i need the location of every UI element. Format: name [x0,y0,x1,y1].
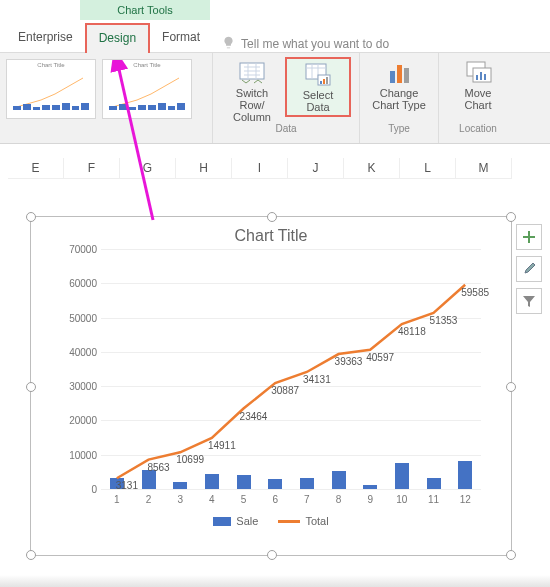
svg-rect-3 [320,81,322,84]
resize-handle[interactable] [26,212,36,222]
y-axis-tick: 20000 [69,415,97,426]
svg-rect-11 [476,75,478,80]
tab-format[interactable]: Format [150,24,212,52]
tell-me-search[interactable]: Tell me what you want to do [222,36,389,52]
svg-rect-12 [480,72,482,80]
x-axis-tick: 10 [386,494,418,505]
column-header[interactable]: H [176,158,232,179]
data-label: 23464 [240,411,268,422]
tell-me-placeholder: Tell me what you want to do [241,37,389,51]
chart-filters-button[interactable] [516,288,542,314]
legend-swatch-bar [213,517,231,526]
worksheet-grid[interactable]: EFGHIJKLM [0,144,550,194]
ribbon-tabs-area: Chart Tools Enterprise Design Format Tel… [0,0,550,53]
y-axis-tick: 0 [91,484,97,495]
funnel-icon [522,294,536,308]
x-axis-tick: 7 [291,494,323,505]
data-label: 39363 [335,356,363,367]
x-axis-tick: 5 [228,494,260,505]
column-header[interactable]: E [8,158,64,179]
location-group-label: Location [459,123,497,134]
legend-entry-total[interactable]: Total [278,515,328,527]
resize-handle[interactable] [26,550,36,560]
x-axis-tick: 1 [101,494,133,505]
plus-icon [522,230,536,244]
column-header[interactable]: M [456,158,512,179]
column-header[interactable]: F [64,158,120,179]
data-label: 30887 [271,385,299,396]
x-axis-tick: 6 [259,494,291,505]
column-header[interactable]: L [400,158,456,179]
chart-tools-context-tab: Chart Tools [80,0,210,20]
chart-legend[interactable]: Sale Total [31,515,511,527]
y-axis-tick: 40000 [69,346,97,357]
switch-icon [238,59,266,85]
chart-elements-button[interactable] [516,224,542,250]
x-axis-tick: 2 [133,494,165,505]
svg-rect-13 [484,74,486,80]
y-axis-tick: 60000 [69,278,97,289]
x-axis-tick: 8 [323,494,355,505]
tab-design[interactable]: Design [85,23,150,53]
data-label: 10699 [176,454,204,465]
svg-rect-5 [326,77,328,84]
chart-type-icon [385,59,413,85]
move-chart-button[interactable]: MoveChart [447,57,509,113]
move-chart-icon [464,59,492,85]
resize-handle[interactable] [267,550,277,560]
x-axis-tick: 3 [164,494,196,505]
resize-handle[interactable] [506,382,516,392]
tab-enterprise[interactable]: Enterprise [0,24,85,52]
svg-rect-4 [323,79,325,84]
y-axis-tick: 30000 [69,381,97,392]
ribbon-body: Switch Row/Column SelectData Data Change… [0,53,550,144]
legend-swatch-line [278,520,300,523]
x-axis-tick: 9 [354,494,386,505]
svg-rect-8 [404,68,409,83]
svg-rect-6 [390,71,395,83]
column-header[interactable]: J [288,158,344,179]
chart-style-thumbnail-2[interactable] [102,59,192,119]
column-header[interactable]: G [120,158,176,179]
chart-styles-button[interactable] [516,256,542,282]
data-label: 40597 [366,352,394,363]
data-label: 3131 [116,480,138,491]
data-label: 48118 [398,326,426,337]
x-axis-tick: 11 [418,494,450,505]
data-label: 51353 [430,315,458,326]
select-data-button[interactable]: SelectData [285,57,351,117]
select-data-icon [304,61,332,87]
svg-rect-7 [397,65,402,83]
y-axis-tick: 10000 [69,449,97,460]
resize-handle[interactable] [506,212,516,222]
data-label: 59585 [461,287,489,298]
x-axis-tick: 4 [196,494,228,505]
x-axis-tick: 12 [449,494,481,505]
y-axis-tick: 50000 [69,312,97,323]
chart-styles-group [0,53,212,143]
embedded-chart[interactable]: Chart Title 0100002000030000400005000060… [30,216,512,556]
column-header[interactable]: K [344,158,400,179]
data-label: 34131 [303,374,331,385]
chart-style-thumbnail-1[interactable] [6,59,96,119]
lightbulb-icon [222,36,235,52]
data-group-label: Data [275,123,296,134]
y-axis-tick: 70000 [69,244,97,255]
column-header[interactable]: I [232,158,288,179]
line-series-total[interactable] [117,285,465,479]
resize-handle[interactable] [26,382,36,392]
resize-handle[interactable] [267,212,277,222]
change-chart-type-button[interactable]: ChangeChart Type [368,57,430,113]
switch-row-column-button[interactable]: Switch Row/Column [221,57,283,125]
chart-plot-area[interactable]: 010000200003000040000500006000070000 313… [61,249,481,489]
paintbrush-icon [522,262,536,276]
resize-handle[interactable] [506,550,516,560]
data-label: 8563 [147,462,169,473]
data-label: 14911 [208,440,236,451]
type-group-label: Type [388,123,410,134]
legend-entry-sale[interactable]: Sale [213,515,258,527]
